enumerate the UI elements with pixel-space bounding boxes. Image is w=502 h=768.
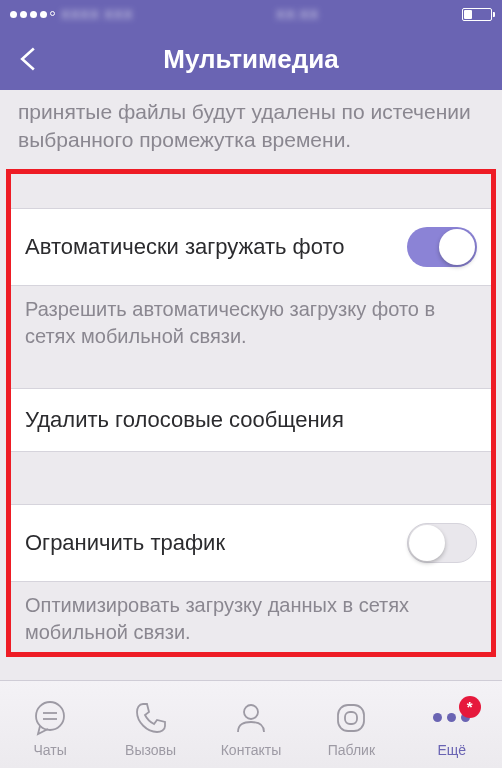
auto-download-photo-footer: Разрешить автоматическую загрузку фото в… [11,286,491,354]
public-icon [331,698,371,738]
tab-more[interactable]: Ещё * [407,698,497,758]
tab-public[interactable]: Паблик [306,698,396,758]
signal-dots-icon [10,11,55,18]
limit-traffic-row[interactable]: Ограничить трафик [11,504,491,582]
content-area: принятые файлы будут удалены по истечени… [0,90,502,680]
back-button[interactable] [14,45,42,73]
auto-download-photo-toggle[interactable] [407,227,477,267]
carrier-label: XXXX XXX [61,7,133,22]
highlight-box: Автоматически загружать фото Разрешить а… [6,169,496,657]
tab-more-label: Ещё [437,742,466,758]
navigation-bar: Мультимедиа [0,28,502,90]
tab-chats-label: Чаты [34,742,67,758]
auto-download-photo-label: Автоматически загружать фото [25,234,345,260]
auto-download-photo-row[interactable]: Автоматически загружать фото [11,208,491,286]
tab-chats[interactable]: Чаты [5,698,95,758]
status-time: XX:XX [276,7,319,22]
battery-icon [462,8,492,21]
limit-traffic-label: Ограничить трафик [25,530,225,556]
tab-contacts[interactable]: Контакты [206,698,296,758]
phone-icon [131,698,171,738]
notification-badge: * [459,696,481,718]
tab-contacts-label: Контакты [221,742,281,758]
tab-bar: Чаты Вызовы Контакты Паблик Ещё * [0,680,502,768]
delete-voice-messages-row[interactable]: Удалить голосовые сообщения [11,388,491,452]
status-bar: XXXX XXX XX:XX [0,0,502,28]
tab-calls-label: Вызовы [125,742,176,758]
tab-public-label: Паблик [328,742,375,758]
chat-icon [30,698,70,738]
svg-point-0 [36,702,64,730]
svg-rect-5 [345,712,357,724]
page-title: Мультимедиа [0,44,502,75]
section-description: принятые файлы будут удалены по истечени… [0,90,502,169]
svg-point-3 [244,705,258,719]
delete-voice-messages-label: Удалить голосовые сообщения [25,407,344,433]
limit-traffic-toggle[interactable] [407,523,477,563]
limit-traffic-footer: Оптимизировать загрузку данных в сетях м… [11,582,491,650]
svg-rect-4 [338,705,364,731]
tab-calls[interactable]: Вызовы [106,698,196,758]
contacts-icon [231,698,271,738]
